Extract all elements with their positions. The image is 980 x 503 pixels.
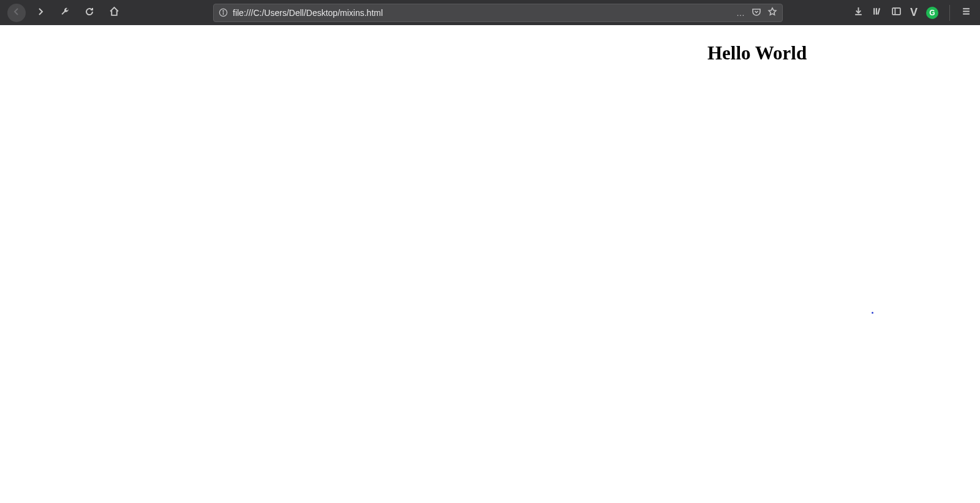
svg-rect-5 xyxy=(892,8,900,15)
url-text: file:///C:/Users/Dell/Desktop/mixins.htm… xyxy=(233,8,736,18)
app-menu-button[interactable] xyxy=(961,6,971,19)
svg-rect-4 xyxy=(877,8,880,15)
toolbar-right-group: V G xyxy=(853,5,975,21)
address-bar[interactable]: file:///C:/Users/Dell/Desktop/mixins.htm… xyxy=(213,4,783,22)
page-actions-button[interactable]: … xyxy=(736,8,745,18)
vue-icon: V xyxy=(910,6,918,19)
pocket-button[interactable] xyxy=(752,7,761,18)
browser-toolbar: file:///C:/Users/Dell/Desktop/mixins.htm… xyxy=(0,0,980,25)
home-button[interactable] xyxy=(104,3,124,23)
page-heading: Hello World xyxy=(707,42,807,64)
forward-icon xyxy=(36,7,45,19)
download-icon xyxy=(853,6,864,19)
menu-icon xyxy=(961,6,971,19)
wrench-icon xyxy=(60,7,70,19)
home-icon xyxy=(109,6,119,19)
grammarly-button[interactable]: G xyxy=(926,7,938,19)
star-icon xyxy=(767,7,777,18)
grammarly-icon: G xyxy=(926,7,938,19)
forward-button[interactable] xyxy=(31,3,50,23)
nav-group xyxy=(7,3,124,23)
decorative-dot xyxy=(872,312,873,314)
back-button xyxy=(7,4,26,22)
reload-button[interactable] xyxy=(80,3,99,23)
ellipsis-icon: … xyxy=(736,8,745,18)
library-button[interactable] xyxy=(872,6,883,19)
address-bar-actions: … xyxy=(736,7,777,18)
svg-rect-3 xyxy=(876,8,877,15)
vue-devtools-button[interactable]: V xyxy=(910,6,918,19)
downloads-button[interactable] xyxy=(853,6,864,19)
back-icon xyxy=(12,7,21,19)
pocket-icon xyxy=(752,7,761,18)
library-icon xyxy=(872,6,883,19)
developer-tools-button[interactable] xyxy=(55,3,75,23)
sidebar-toggle-button[interactable] xyxy=(891,6,902,19)
svg-point-1 xyxy=(223,10,224,11)
toolbar-divider xyxy=(949,5,950,21)
reload-icon xyxy=(85,7,94,19)
svg-rect-2 xyxy=(873,8,875,15)
page-content: Hello World xyxy=(0,25,980,503)
sidebar-icon xyxy=(891,6,902,19)
bookmark-button[interactable] xyxy=(767,7,777,18)
info-icon[interactable] xyxy=(219,8,228,17)
